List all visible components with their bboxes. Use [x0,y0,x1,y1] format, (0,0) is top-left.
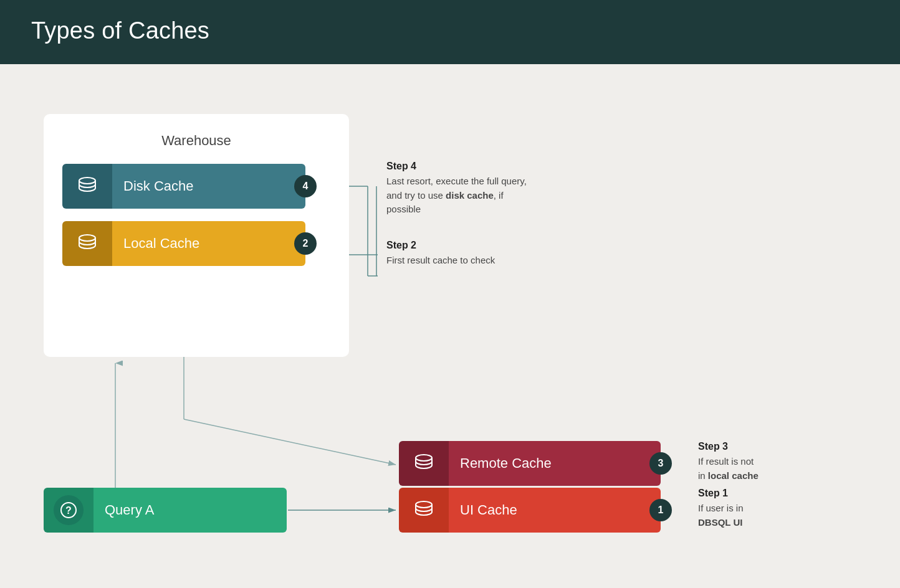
ui-cache-icon [399,488,449,533]
disk-cache-label: Disk Cache [112,164,305,209]
query-icon-section: ? [44,488,93,533]
step3-annotation: Step 3 If result is not in local cache [698,441,759,483]
step1-text: If user is in DBSQL UI [698,501,744,529]
svg-point-14 [79,235,95,241]
query-icon: ? [54,495,84,525]
disk-cache-bar: Disk Cache 4 [62,164,305,209]
local-cache-icon [62,221,112,266]
step4-annotation: Step 4 Last resort, execute the full que… [386,161,530,217]
query-row: ? Query A [44,488,287,533]
remote-cache-row: Remote Cache 3 [399,441,661,486]
ui-cache-number: 1 [649,499,672,521]
step3-title: Step 3 [698,441,759,452]
step2-text: First result cache to check [386,254,495,268]
ui-cache-row: UI Cache 1 [399,488,661,533]
local-cache-label: Local Cache [112,221,305,266]
step4-text: Last resort, execute the full query, and… [386,174,530,217]
local-cache-db-icon [76,232,98,255]
svg-line-8 [184,419,396,465]
ui-cache-bar: UI Cache 1 [399,488,661,533]
local-cache-number: 2 [294,232,317,255]
page-header: Types of Caches [0,0,900,64]
step2-annotation: Step 2 First result cache to check [386,240,495,268]
warehouse-label: Warehouse [62,133,330,149]
query-bar: ? Query A [44,488,287,533]
svg-point-16 [416,501,432,508]
svg-text:?: ? [65,505,72,516]
question-mark-icon: ? [60,501,77,519]
svg-point-13 [79,178,95,184]
step2-title: Step 2 [386,240,495,251]
local-cache-bar: Local Cache 2 [62,221,305,266]
remote-cache-icon [399,441,449,486]
step1-title: Step 1 [698,488,744,499]
remote-cache-number: 3 [649,452,672,475]
warehouse-box: Warehouse Disk Cache 4 Lo [44,114,349,357]
svg-point-15 [416,455,432,461]
step4-title: Step 4 [386,161,530,172]
step1-annotation: Step 1 If user is in DBSQL UI [698,488,744,529]
remote-cache-label: Remote Cache [449,441,661,486]
main-content: Warehouse Disk Cache 4 Lo [0,64,900,581]
disk-cache-number: 4 [294,175,317,197]
disk-cache-db-icon [76,175,98,197]
ui-cache-label: UI Cache [449,488,661,533]
remote-cache-db-icon [413,452,435,475]
remote-cache-bar: Remote Cache 3 [399,441,661,486]
step3-text: If result is not in local cache [698,455,759,483]
page-title: Types of Caches [31,17,869,44]
disk-cache-icon [62,164,112,209]
ui-cache-db-icon [413,499,435,521]
query-label: Query A [93,488,287,533]
